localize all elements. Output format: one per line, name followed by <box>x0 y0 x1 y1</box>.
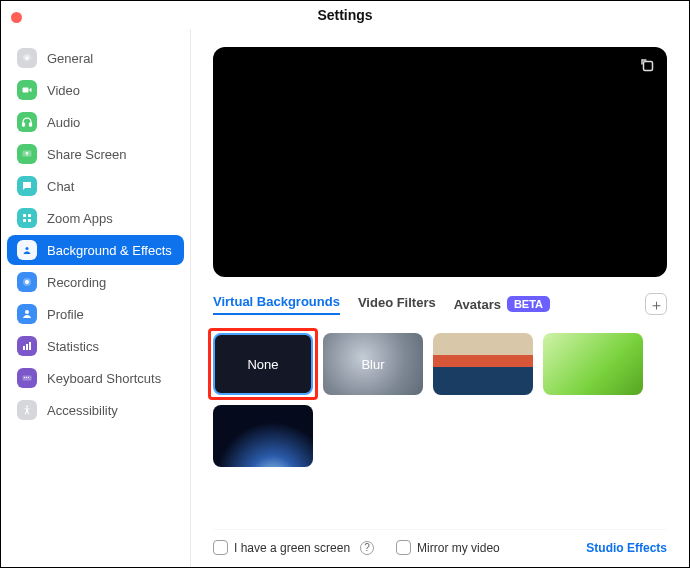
sidebar-item-profile[interactable]: Profile <box>7 299 184 329</box>
tabs: Virtual Backgrounds Video Filters Avatar… <box>213 293 667 315</box>
bg-option-bridge[interactable] <box>433 333 533 395</box>
bg-option-earth[interactable] <box>213 405 313 467</box>
close-icon[interactable] <box>11 12 22 23</box>
svg-point-9 <box>26 247 29 250</box>
svg-rect-1 <box>23 88 29 93</box>
checkbox-label: Mirror my video <box>417 541 500 555</box>
sidebar-item-label: Keyboard Shortcuts <box>47 371 161 386</box>
recording-icon <box>17 272 37 292</box>
sidebar-item-general[interactable]: General <box>7 43 184 73</box>
content: General Video Audio Share Screen Chat <box>1 29 689 567</box>
svg-point-11 <box>25 280 29 284</box>
sidebar-item-accessibility[interactable]: Accessibility <box>7 395 184 425</box>
share-screen-icon <box>17 144 37 164</box>
sidebar-item-audio[interactable]: Audio <box>7 107 184 137</box>
bg-option-grass[interactable] <box>543 333 643 395</box>
sidebar-item-chat[interactable]: Chat <box>7 171 184 201</box>
svg-rect-8 <box>28 219 31 222</box>
bg-label: None <box>247 357 278 372</box>
sidebar-item-label: Recording <box>47 275 106 290</box>
beta-badge: BETA <box>507 296 550 312</box>
window-title: Settings <box>1 7 689 23</box>
video-icon <box>17 80 37 100</box>
sidebar-item-label: Statistics <box>47 339 99 354</box>
chat-icon <box>17 176 37 196</box>
checkbox-icon <box>213 540 228 555</box>
tab-video-filters[interactable]: Video Filters <box>358 295 436 314</box>
svg-rect-21 <box>644 62 653 71</box>
sidebar-item-keyboard-shortcuts[interactable]: Keyboard Shortcuts <box>7 363 184 393</box>
svg-point-12 <box>25 310 29 314</box>
tab-avatars-group[interactable]: Avatars BETA <box>454 296 550 312</box>
svg-rect-13 <box>23 346 25 350</box>
sidebar-item-statistics[interactable]: Statistics <box>7 331 184 361</box>
background-effects-icon <box>17 240 37 260</box>
footer: I have a green screen ? Mirror my video … <box>213 529 667 555</box>
bg-option-blur[interactable]: Blur <box>323 333 423 395</box>
green-screen-checkbox[interactable]: I have a green screen <box>213 540 350 555</box>
svg-rect-2 <box>23 123 25 126</box>
sidebar-item-label: Video <box>47 83 80 98</box>
apps-icon <box>17 208 37 228</box>
keyboard-icon <box>17 368 37 388</box>
svg-rect-3 <box>30 123 32 126</box>
headphones-icon <box>17 112 37 132</box>
sidebar-item-label: Accessibility <box>47 403 118 418</box>
svg-rect-6 <box>28 214 31 217</box>
accessibility-icon <box>17 400 37 420</box>
main-panel: Virtual Backgrounds Video Filters Avatar… <box>191 29 689 567</box>
add-background-button[interactable]: ＋ <box>645 293 667 315</box>
window-controls[interactable] <box>11 9 22 27</box>
rotate-icon[interactable] <box>639 57 657 79</box>
tab-virtual-backgrounds[interactable]: Virtual Backgrounds <box>213 294 340 315</box>
profile-icon <box>17 304 37 324</box>
plus-icon: ＋ <box>649 297 664 312</box>
svg-rect-18 <box>26 377 27 378</box>
svg-rect-15 <box>29 342 31 350</box>
svg-rect-7 <box>23 219 26 222</box>
sidebar: General Video Audio Share Screen Chat <box>1 29 191 567</box>
checkbox-label: I have a green screen <box>234 541 350 555</box>
sidebar-item-zoom-apps[interactable]: Zoom Apps <box>7 203 184 233</box>
sidebar-item-label: General <box>47 51 93 66</box>
mirror-video-checkbox[interactable]: Mirror my video <box>396 540 500 555</box>
background-thumbnails: None Blur <box>213 333 667 467</box>
sidebar-item-background-effects[interactable]: Background & Effects <box>7 235 184 265</box>
titlebar: Settings <box>1 1 689 29</box>
video-preview <box>213 47 667 277</box>
sidebar-item-label: Profile <box>47 307 84 322</box>
sidebar-item-label: Background & Effects <box>47 243 172 258</box>
gear-icon <box>17 48 37 68</box>
svg-rect-14 <box>26 344 28 350</box>
checkbox-icon <box>396 540 411 555</box>
sidebar-item-share-screen[interactable]: Share Screen <box>7 139 184 169</box>
help-icon[interactable]: ? <box>360 541 374 555</box>
tab-avatars: Avatars <box>454 297 501 312</box>
statistics-icon <box>17 336 37 356</box>
bg-option-none[interactable]: None <box>213 333 313 395</box>
sidebar-item-recording[interactable]: Recording <box>7 267 184 297</box>
sidebar-item-label: Chat <box>47 179 74 194</box>
bg-label: Blur <box>361 357 384 372</box>
svg-point-20 <box>26 406 28 408</box>
svg-rect-17 <box>24 377 25 378</box>
studio-effects-link[interactable]: Studio Effects <box>586 541 667 555</box>
sidebar-item-label: Audio <box>47 115 80 130</box>
sidebar-item-video[interactable]: Video <box>7 75 184 105</box>
sidebar-item-label: Zoom Apps <box>47 211 113 226</box>
svg-rect-5 <box>23 214 26 217</box>
svg-rect-19 <box>28 377 29 378</box>
sidebar-item-label: Share Screen <box>47 147 127 162</box>
